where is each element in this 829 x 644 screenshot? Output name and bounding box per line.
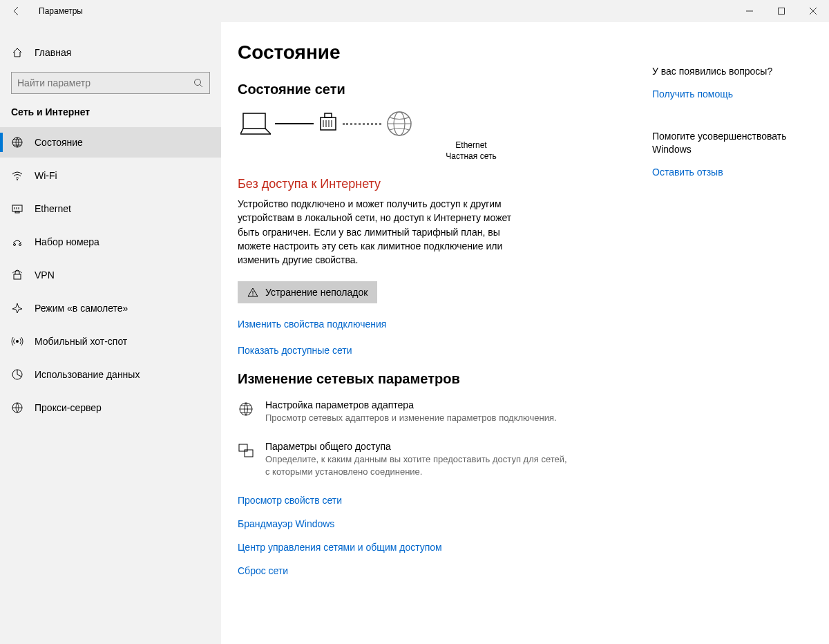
feedback-heading: Помогите усовершенствовать Windows — [652, 130, 811, 157]
link-get-help[interactable]: Получить помощь — [652, 88, 811, 100]
nav-label: Wi-Fi — [35, 170, 57, 181]
search-input[interactable] — [17, 77, 193, 88]
option-sharing-settings[interactable]: Параметры общего доступа Определите, к к… — [238, 441, 569, 478]
computer-icon — [240, 111, 271, 137]
svg-rect-21 — [321, 117, 336, 130]
nav-item-dialup[interactable]: Набор номера — [0, 227, 221, 257]
wifi-icon — [11, 169, 23, 182]
datausage-icon — [11, 368, 23, 381]
svg-point-31 — [252, 294, 253, 295]
nav-label: Набор номера — [35, 236, 99, 247]
option-title: Параметры общего доступа — [265, 441, 569, 452]
nav-item-vpn[interactable]: VPN — [0, 260, 221, 290]
nav-label: Режим «в самолете» — [35, 303, 128, 314]
section-heading: Состояние сети — [238, 82, 625, 97]
warning-icon — [247, 287, 258, 298]
nav-label: VPN — [35, 269, 55, 281]
link-firewall[interactable]: Брандмауэр Windows — [238, 518, 625, 529]
option-desc: Определите, к каким данным вы хотите пре… — [265, 453, 569, 478]
sharing-icon — [238, 441, 256, 478]
status-icon — [11, 136, 23, 149]
hotspot-icon — [11, 335, 23, 348]
home-label: Главная — [35, 47, 71, 58]
nav-label: Прокси-сервер — [35, 402, 102, 413]
svg-rect-22 — [325, 113, 332, 117]
link-view-network-props[interactable]: Просмотр свойств сети — [238, 495, 625, 506]
svg-rect-17 — [243, 113, 265, 129]
option-desc: Просмотр сетевых адаптеров и изменение п… — [265, 412, 557, 424]
svg-rect-6 — [12, 205, 22, 211]
nav-item-hotspot[interactable]: Мобильный хот-спот — [0, 326, 221, 357]
status-description: Устройство подключено и может получить д… — [238, 197, 514, 267]
svg-point-2 — [195, 79, 201, 86]
globe-icon — [385, 110, 413, 138]
option-adapter-settings[interactable]: Настройка параметров адаптера Просмотр с… — [238, 399, 569, 424]
nav-label: Состояние — [35, 137, 83, 148]
connection-line-dotted — [343, 123, 381, 125]
troubleshoot-label: Устранение неполадок — [265, 287, 368, 298]
airplane-icon — [11, 302, 23, 314]
nav-item-ethernet[interactable]: Ethernet — [0, 193, 221, 224]
nav-label: Ethernet — [35, 203, 71, 214]
proxy-icon — [11, 401, 23, 414]
nav-item-airplane[interactable]: Режим «в самолете» — [0, 293, 221, 323]
link-feedback[interactable]: Оставить отзыв — [652, 167, 811, 178]
window-title: Параметры — [33, 6, 83, 16]
minimize-button[interactable] — [734, 0, 765, 22]
adapter-settings-icon — [238, 399, 256, 424]
adapter-name: Ethernet — [318, 140, 625, 151]
search-box[interactable] — [11, 72, 210, 94]
svg-point-12 — [19, 244, 21, 246]
status-title: Без доступа к Интернету — [238, 177, 625, 191]
nav-item-status[interactable]: Состояние — [0, 127, 221, 158]
vpn-icon — [11, 269, 23, 281]
home-icon — [11, 46, 23, 59]
svg-line-3 — [200, 85, 203, 88]
adapter-icon — [318, 112, 339, 135]
dialup-icon — [11, 236, 23, 248]
connection-line-solid — [275, 123, 314, 124]
svg-point-14 — [16, 340, 19, 343]
section-heading: Изменение сетевых параметров — [238, 371, 625, 387]
diagram-labels: Ethernet Частная сеть — [318, 140, 625, 162]
nav-item-wifi[interactable]: Wi-Fi — [0, 160, 221, 191]
close-button[interactable] — [797, 0, 829, 22]
nav-label: Использование данных — [35, 369, 140, 380]
content-area: Состояние Состояние сети Ethernet Частна… — [238, 41, 625, 644]
network-diagram — [238, 110, 625, 138]
svg-line-20 — [265, 129, 271, 134]
back-button[interactable] — [0, 0, 33, 22]
svg-point-5 — [17, 179, 18, 180]
svg-rect-13 — [14, 274, 21, 279]
link-sharing-center[interactable]: Центр управления сетями и общим доступом — [238, 542, 625, 553]
svg-line-19 — [240, 129, 243, 134]
nav-label: Мобильный хот-спот — [35, 336, 127, 347]
svg-point-11 — [14, 244, 16, 246]
page-title: Состояние — [238, 41, 625, 64]
nav-item-datausage[interactable]: Использование данных — [0, 359, 221, 390]
questions-heading: У вас появились вопросы? — [652, 65, 811, 79]
ethernet-icon — [11, 202, 23, 215]
network-type: Частная сеть — [318, 151, 625, 162]
aside: У вас появились вопросы? Получить помощь… — [652, 41, 811, 644]
sidebar: Главная Сеть и Интернет Состояние Wi-Fi — [0, 22, 221, 644]
link-show-networks[interactable]: Показать доступные сети — [238, 345, 625, 356]
nav-item-proxy[interactable]: Прокси-сервер — [0, 392, 221, 423]
link-change-connection-props[interactable]: Изменить свойства подключения — [238, 319, 625, 330]
titlebar: Параметры — [0, 0, 829, 22]
option-title: Настройка параметров адаптера — [265, 399, 557, 410]
troubleshoot-button[interactable]: Устранение неполадок — [238, 281, 377, 303]
search-icon — [193, 77, 204, 88]
link-network-reset[interactable]: Сброс сети — [238, 565, 625, 576]
nav-heading: Сеть и Интернет — [0, 106, 221, 127]
svg-rect-1 — [779, 8, 785, 15]
home-button[interactable]: Главная — [0, 37, 221, 68]
maximize-button[interactable] — [765, 0, 797, 22]
svg-rect-7 — [15, 211, 19, 213]
